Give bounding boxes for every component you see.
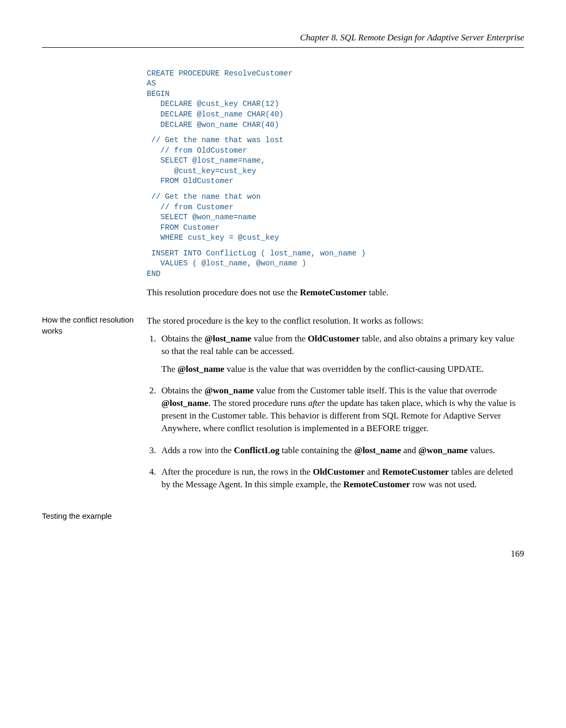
bold-oldcustomer: OldCustomer: [308, 334, 360, 344]
list-item: Adds a row into the ConflictLog table co…: [158, 444, 524, 457]
bold-oldcustomer: OldCustomer: [313, 467, 365, 477]
list-item: Obtains the @lost_name value from the Ol…: [158, 333, 524, 375]
list-item: After the procedure is run, the rows in …: [158, 466, 524, 491]
code-block-4: INSERT INTO ConflictLog ( lost_name, won…: [147, 249, 524, 280]
how-works-section: The stored procedure is the key to the c…: [147, 315, 524, 500]
text: values.: [468, 445, 495, 455]
code-section: CREATE PROCEDURE ResolveCustomer AS BEGI…: [147, 69, 524, 304]
text: value from the Customer table itself. Th…: [254, 386, 497, 395]
bold-won-name: @won_name: [418, 445, 467, 455]
text: value from the: [252, 334, 308, 344]
italic-after: after: [308, 398, 325, 408]
code-block-2: // Get the name that was lost // from Ol…: [147, 135, 524, 187]
sub-paragraph: The @lost_name value is the value that w…: [161, 363, 524, 376]
bold-lost-name: @lost_name: [204, 334, 251, 344]
text: and: [365, 467, 382, 477]
text: Obtains the: [161, 386, 204, 395]
sidebar-testing: Testing the example: [42, 511, 136, 521]
bold-remotecustomer: RemoteCustomer: [382, 467, 449, 477]
bold-remotecustomer: RemoteCustomer: [300, 287, 366, 297]
bold-remotecustomer: RemoteCustomer: [343, 479, 410, 489]
code-block-1: CREATE PROCEDURE ResolveCustomer AS BEGI…: [147, 69, 524, 130]
page-number: 169: [42, 548, 524, 560]
bold-won-name: @won_name: [204, 386, 254, 395]
text: table.: [367, 287, 389, 297]
text: The: [161, 364, 178, 374]
text: This resolution procedure does not use t…: [147, 287, 300, 297]
para-after-code: This resolution procedure does not use t…: [147, 286, 524, 299]
text: After the procedure is run, the rows in …: [161, 467, 313, 477]
chapter-header: Chapter 8. SQL Remote Design for Adaptiv…: [42, 31, 524, 48]
code-block-3: // Get the name that won // from Custome…: [147, 192, 524, 243]
how-intro: The stored procedure is the key to the c…: [147, 315, 524, 327]
list-item: Obtains the @won_name value from the Cus…: [158, 384, 524, 434]
bold-conflictlog: ConflictLog: [234, 445, 279, 455]
text: value is the value that was overridden b…: [224, 364, 484, 374]
testing-section: [147, 511, 524, 521]
content-grid: CREATE PROCEDURE ResolveCustomer AS BEGI…: [42, 69, 524, 522]
text: Obtains the: [161, 334, 204, 344]
text: and: [401, 445, 418, 455]
bold-lost-name: @lost_name: [178, 364, 224, 374]
text: Adds a row into the: [161, 445, 234, 455]
bold-lost-name: @lost_name: [354, 445, 401, 455]
steps-list: Obtains the @lost_name value from the Ol…: [147, 333, 524, 491]
text: . The stored procedure runs: [208, 398, 308, 408]
bold-lost-name: @lost_name: [161, 398, 208, 408]
sidebar-how-works: How the conflict resolution works: [42, 315, 136, 500]
text: table containing the: [279, 445, 354, 455]
text: row was not used.: [410, 479, 476, 489]
